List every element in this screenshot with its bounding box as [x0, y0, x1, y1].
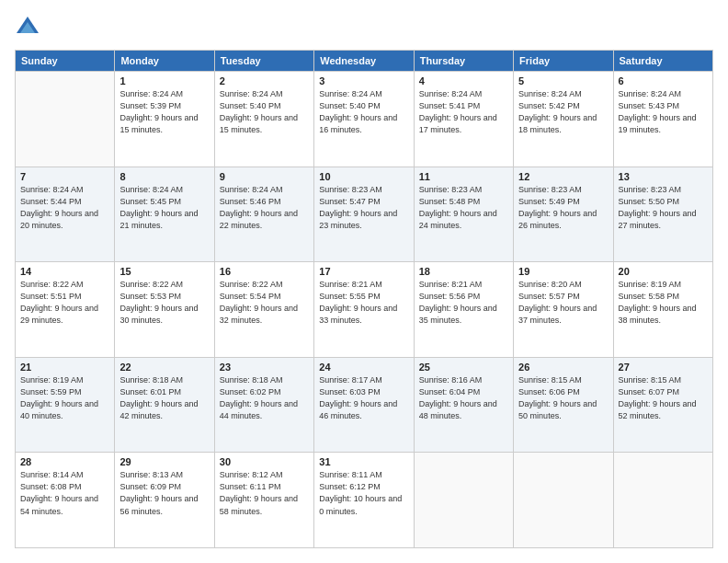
- calendar-cell: 15Sunrise: 8:22 AMSunset: 5:53 PMDayligh…: [115, 262, 214, 358]
- day-detail: Sunrise: 8:16 AMSunset: 6:04 PMDaylight:…: [419, 374, 508, 422]
- weekday-header-saturday: Saturday: [613, 51, 712, 72]
- day-number: 6: [619, 75, 708, 86]
- day-number: 18: [419, 266, 508, 277]
- calendar-cell: 1Sunrise: 8:24 AMSunset: 5:39 PMDaylight…: [115, 72, 214, 167]
- day-detail: Sunrise: 8:23 AMSunset: 5:48 PMDaylight:…: [419, 184, 508, 232]
- day-detail: Sunrise: 8:22 AMSunset: 5:54 PMDaylight:…: [220, 279, 309, 327]
- day-detail: Sunrise: 8:24 AMSunset: 5:42 PMDaylight:…: [518, 88, 608, 136]
- week-row-4: 28Sunrise: 8:14 AMSunset: 6:08 PMDayligh…: [16, 453, 713, 548]
- calendar-cell: 31Sunrise: 8:11 AMSunset: 6:12 PMDayligh…: [314, 453, 414, 548]
- day-number: 1: [119, 75, 209, 86]
- day-number: 11: [419, 171, 508, 182]
- calendar-cell: 20Sunrise: 8:19 AMSunset: 5:58 PMDayligh…: [613, 262, 712, 358]
- calendar-cell: 6Sunrise: 8:24 AMSunset: 5:43 PMDaylight…: [613, 72, 712, 167]
- day-detail: Sunrise: 8:18 AMSunset: 6:01 PMDaylight:…: [119, 374, 209, 422]
- day-number: 9: [220, 171, 309, 182]
- calendar-cell: 29Sunrise: 8:13 AMSunset: 6:09 PMDayligh…: [115, 453, 214, 548]
- day-detail: Sunrise: 8:24 AMSunset: 5:45 PMDaylight:…: [119, 184, 209, 232]
- day-detail: Sunrise: 8:18 AMSunset: 6:02 PMDaylight:…: [220, 374, 309, 422]
- day-detail: Sunrise: 8:22 AMSunset: 5:51 PMDaylight:…: [20, 279, 109, 327]
- calendar-cell: 16Sunrise: 8:22 AMSunset: 5:54 PMDayligh…: [214, 262, 313, 358]
- calendar-cell: 21Sunrise: 8:19 AMSunset: 5:59 PMDayligh…: [16, 357, 115, 453]
- header: [15, 15, 713, 40]
- day-detail: Sunrise: 8:24 AMSunset: 5:41 PMDaylight:…: [419, 88, 508, 136]
- calendar-cell: [414, 453, 513, 548]
- calendar-cell: 11Sunrise: 8:23 AMSunset: 5:48 PMDayligh…: [414, 167, 513, 262]
- day-number: 3: [319, 75, 408, 86]
- day-detail: Sunrise: 8:19 AMSunset: 5:59 PMDaylight:…: [20, 374, 109, 422]
- calendar-cell: 17Sunrise: 8:21 AMSunset: 5:55 PMDayligh…: [314, 262, 414, 358]
- calendar-cell: [16, 72, 115, 167]
- day-detail: Sunrise: 8:12 AMSunset: 6:11 PMDaylight:…: [220, 469, 309, 517]
- week-row-3: 21Sunrise: 8:19 AMSunset: 5:59 PMDayligh…: [16, 357, 713, 453]
- calendar-cell: 13Sunrise: 8:23 AMSunset: 5:50 PMDayligh…: [613, 167, 712, 262]
- calendar-cell: 23Sunrise: 8:18 AMSunset: 6:02 PMDayligh…: [214, 357, 313, 453]
- weekday-header-thursday: Thursday: [414, 51, 513, 72]
- day-number: 24: [319, 362, 408, 373]
- day-detail: Sunrise: 8:24 AMSunset: 5:43 PMDaylight:…: [619, 88, 708, 136]
- calendar-cell: 14Sunrise: 8:22 AMSunset: 5:51 PMDayligh…: [16, 262, 115, 358]
- day-number: 19: [518, 266, 608, 277]
- week-row-2: 14Sunrise: 8:22 AMSunset: 5:51 PMDayligh…: [16, 262, 713, 358]
- day-detail: Sunrise: 8:23 AMSunset: 5:47 PMDaylight:…: [319, 184, 408, 232]
- day-number: 5: [518, 75, 608, 86]
- day-number: 22: [119, 362, 209, 373]
- calendar-cell: 7Sunrise: 8:24 AMSunset: 5:44 PMDaylight…: [16, 167, 115, 262]
- day-number: 26: [518, 362, 608, 373]
- day-detail: Sunrise: 8:21 AMSunset: 5:55 PMDaylight:…: [319, 279, 408, 327]
- day-number: 28: [20, 456, 109, 467]
- day-number: 16: [220, 266, 309, 277]
- day-detail: Sunrise: 8:15 AMSunset: 6:07 PMDaylight:…: [619, 374, 708, 422]
- logo-icon: [15, 15, 40, 40]
- day-number: 15: [119, 266, 209, 277]
- calendar-cell: 5Sunrise: 8:24 AMSunset: 5:42 PMDaylight…: [514, 72, 613, 167]
- calendar-cell: 18Sunrise: 8:21 AMSunset: 5:56 PMDayligh…: [414, 262, 513, 358]
- weekday-header-wednesday: Wednesday: [314, 51, 414, 72]
- week-row-1: 7Sunrise: 8:24 AMSunset: 5:44 PMDaylight…: [16, 167, 713, 262]
- calendar-body: 1Sunrise: 8:24 AMSunset: 5:39 PMDaylight…: [16, 72, 713, 548]
- weekday-header-row: SundayMondayTuesdayWednesdayThursdayFrid…: [16, 51, 713, 72]
- calendar-cell: 30Sunrise: 8:12 AMSunset: 6:11 PMDayligh…: [214, 453, 313, 548]
- weekday-header-tuesday: Tuesday: [214, 51, 313, 72]
- logo: [15, 15, 44, 40]
- day-number: 17: [319, 266, 408, 277]
- day-number: 10: [319, 171, 408, 182]
- day-number: 25: [419, 362, 508, 373]
- day-number: 2: [220, 75, 309, 86]
- calendar-cell: 12Sunrise: 8:23 AMSunset: 5:49 PMDayligh…: [514, 167, 613, 262]
- day-detail: Sunrise: 8:22 AMSunset: 5:53 PMDaylight:…: [119, 279, 209, 327]
- day-detail: Sunrise: 8:19 AMSunset: 5:58 PMDaylight:…: [619, 279, 708, 327]
- calendar-table: SundayMondayTuesdayWednesdayThursdayFrid…: [15, 50, 713, 548]
- day-number: 23: [220, 362, 309, 373]
- day-number: 30: [220, 456, 309, 467]
- calendar-cell: 26Sunrise: 8:15 AMSunset: 6:06 PMDayligh…: [514, 357, 613, 453]
- day-detail: Sunrise: 8:17 AMSunset: 6:03 PMDaylight:…: [319, 374, 408, 422]
- page: SundayMondayTuesdayWednesdayThursdayFrid…: [0, 0, 728, 563]
- day-detail: Sunrise: 8:24 AMSunset: 5:39 PMDaylight:…: [119, 88, 209, 136]
- calendar-cell: 22Sunrise: 8:18 AMSunset: 6:01 PMDayligh…: [115, 357, 214, 453]
- day-detail: Sunrise: 8:21 AMSunset: 5:56 PMDaylight:…: [419, 279, 508, 327]
- day-detail: Sunrise: 8:24 AMSunset: 5:40 PMDaylight:…: [319, 88, 408, 136]
- day-number: 13: [619, 171, 708, 182]
- day-detail: Sunrise: 8:11 AMSunset: 6:12 PMDaylight:…: [319, 469, 408, 517]
- day-detail: Sunrise: 8:24 AMSunset: 5:46 PMDaylight:…: [220, 184, 309, 232]
- day-number: 7: [20, 171, 109, 182]
- calendar-cell: [514, 453, 613, 548]
- day-number: 29: [119, 456, 209, 467]
- calendar-cell: 19Sunrise: 8:20 AMSunset: 5:57 PMDayligh…: [514, 262, 613, 358]
- calendar-cell: 3Sunrise: 8:24 AMSunset: 5:40 PMDaylight…: [314, 72, 414, 167]
- calendar-cell: 28Sunrise: 8:14 AMSunset: 6:08 PMDayligh…: [16, 453, 115, 548]
- day-detail: Sunrise: 8:24 AMSunset: 5:40 PMDaylight:…: [220, 88, 309, 136]
- weekday-header-monday: Monday: [115, 51, 214, 72]
- day-detail: Sunrise: 8:13 AMSunset: 6:09 PMDaylight:…: [119, 469, 209, 517]
- day-detail: Sunrise: 8:20 AMSunset: 5:57 PMDaylight:…: [518, 279, 608, 327]
- day-detail: Sunrise: 8:23 AMSunset: 5:49 PMDaylight:…: [518, 184, 608, 232]
- day-number: 4: [419, 75, 508, 86]
- calendar-cell: 24Sunrise: 8:17 AMSunset: 6:03 PMDayligh…: [314, 357, 414, 453]
- calendar-cell: 10Sunrise: 8:23 AMSunset: 5:47 PMDayligh…: [314, 167, 414, 262]
- day-number: 31: [319, 456, 408, 467]
- calendar-cell: 2Sunrise: 8:24 AMSunset: 5:40 PMDaylight…: [214, 72, 313, 167]
- day-detail: Sunrise: 8:23 AMSunset: 5:50 PMDaylight:…: [619, 184, 708, 232]
- day-detail: Sunrise: 8:14 AMSunset: 6:08 PMDaylight:…: [20, 469, 109, 517]
- day-number: 8: [119, 171, 209, 182]
